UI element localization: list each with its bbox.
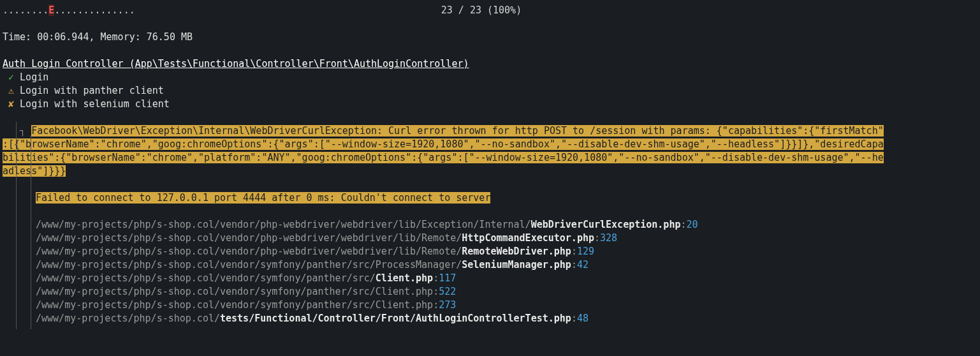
trace-path: /www/my-projects/php/s-shop.col/vendor/s… (36, 259, 462, 271)
trace-row: /www/my-projects/php/s-shop.col/vendor/p… (3, 232, 977, 245)
test-row-fail: ✘ Login with selenium client (3, 98, 977, 111)
test-row-warn: ⚠ Login with panther client (3, 84, 977, 98)
trace-row: /www/my-projects/php/s-shop.col/vendor/s… (3, 272, 977, 285)
trace-file: Client.php (376, 272, 433, 284)
trace-row: /www/my-projects/php/s-shop.col/vendor/s… (3, 299, 977, 312)
progress-count: 23 / 23 (100%) (441, 4, 522, 17)
trace-file: WebDriverCurlException.php (531, 219, 681, 230)
trace-file: SeleniumManager.php (462, 259, 571, 271)
trace-path: /www/my-projects/php/s-shop.col/vendor/p… (36, 232, 462, 244)
progress-dots-before: ........ (3, 4, 48, 16)
trace-line-number: 273 (439, 299, 456, 311)
trace-file: AuthLoginControllerTest.php (416, 313, 571, 324)
stack-trace: /www/my-projects/php/s-shop.col/vendor/p… (3, 218, 977, 325)
trace-row: /www/my-projects/php/s-shop.col/tests/Fu… (3, 312, 977, 325)
trace-path: /www/my-projects/php/s-shop.col/vendor/p… (36, 219, 531, 230)
trace-line-number: 42 (577, 259, 589, 271)
progress-row: ........E.............. 23 / 23 (100%) (3, 4, 977, 17)
trace-path: /www/my-projects/php/s-shop.col/vendor/ (36, 286, 260, 297)
trace-file: RemoteWebDriver.php (462, 246, 571, 257)
trace-line-number: 20 (687, 219, 698, 230)
progress-dots-after: .............. (54, 4, 135, 16)
trace-line-number: 522 (439, 286, 456, 297)
trace-row: /www/my-projects/php/s-shop.col/vendor/s… (3, 258, 977, 272)
trace-path: /www/my-projects/php/s-shop.col/vendor/ (36, 299, 260, 311)
trace-row: /www/my-projects/php/s-shop.col/vendor/p… (3, 245, 977, 258)
trace-file: HttpCommandExecutor.php (462, 232, 594, 244)
trace-path: /www/my-projects/php/s-shop.col/vendor/s… (36, 272, 376, 284)
progress-error-char: E (48, 4, 54, 16)
trace-line-number: 129 (577, 246, 594, 257)
exception-detail: Failed to connect to 127.0.0.1 port 4444… (3, 191, 977, 205)
fail-icon: ✘ (8, 98, 14, 110)
trace-file: symfony/panther/src/Client.php (260, 299, 433, 311)
check-icon: ✓ (8, 71, 14, 83)
timing-row: Time: 00:06.944, Memory: 76.50 MB (3, 31, 977, 44)
test-row-pass: ✓ Login (3, 71, 977, 84)
trace-line-number: 48 (577, 313, 589, 324)
trace-row: /www/my-projects/php/s-shop.col/vendor/p… (3, 218, 977, 232)
warn-icon: ⚠ (8, 85, 14, 96)
trace-line-number: 328 (600, 232, 617, 244)
trace-file: symfony/panther/src/Client.php (260, 286, 433, 297)
trace-line-number: 117 (439, 272, 456, 284)
trace-path: /www/my-projects/php/s-shop.col/vendor/p… (36, 246, 462, 257)
suite-title: Auth Login Controller (App\Tests\Functio… (3, 57, 977, 71)
exception-message: ┐ Facebook\WebDriver\Exception\Internal\… (3, 124, 977, 178)
trace-row: /www/my-projects/php/s-shop.col/vendor/s… (3, 285, 977, 299)
